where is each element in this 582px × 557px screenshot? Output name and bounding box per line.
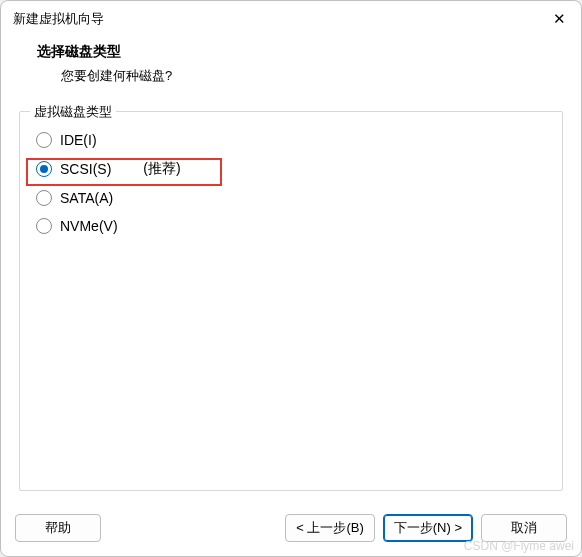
option-scsi-label: SCSI(S) [60,161,111,177]
back-button-label: < 上一步(B) [296,519,364,537]
cancel-button[interactable]: 取消 [481,514,567,542]
option-sata[interactable]: SATA(A) [34,184,550,212]
option-scsi[interactable]: SCSI(S) (推荐) [34,154,550,184]
radio-icon [36,161,52,177]
option-ide-label: IDE(I) [60,132,97,148]
back-button[interactable]: < 上一步(B) [285,514,375,542]
next-button[interactable]: 下一步(N) > [383,514,473,542]
next-button-label: 下一步(N) > [394,519,462,537]
radio-icon [36,218,52,234]
wizard-header: 选择磁盘类型 您要创建何种磁盘? [1,35,581,99]
content-area: 虚拟磁盘类型 IDE(I) SCSI(S) (推荐) SATA(A) NVMe(… [1,99,581,504]
wizard-dialog: 新建虚拟机向导 ✕ 选择磁盘类型 您要创建何种磁盘? 虚拟磁盘类型 IDE(I)… [0,0,582,557]
help-button[interactable]: 帮助 [15,514,101,542]
option-ide[interactable]: IDE(I) [34,126,550,154]
cancel-button-label: 取消 [511,519,537,537]
page-subtitle: 您要创建何种磁盘? [37,67,563,85]
close-icon[interactable]: ✕ [549,9,569,29]
footer: 帮助 < 上一步(B) 下一步(N) > 取消 [1,504,581,556]
radio-icon [36,190,52,206]
titlebar: 新建虚拟机向导 ✕ [1,1,581,35]
radio-icon [36,132,52,148]
group-legend: 虚拟磁盘类型 [30,103,116,121]
recommended-label: (推荐) [119,160,180,178]
page-title: 选择磁盘类型 [37,43,563,61]
option-nvme[interactable]: NVMe(V) [34,212,550,240]
disk-type-group: 虚拟磁盘类型 IDE(I) SCSI(S) (推荐) SATA(A) NVMe(… [19,111,563,491]
help-button-label: 帮助 [45,519,71,537]
option-nvme-label: NVMe(V) [60,218,118,234]
option-sata-label: SATA(A) [60,190,113,206]
window-title: 新建虚拟机向导 [13,10,104,28]
